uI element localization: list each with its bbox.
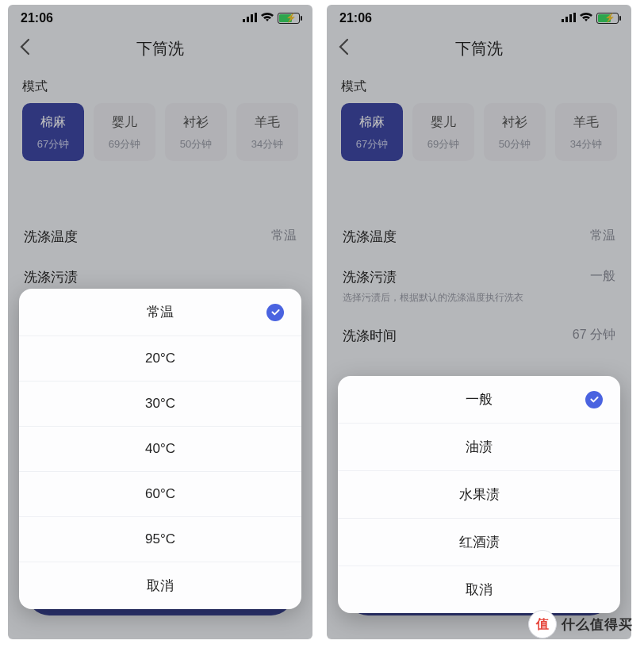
back-button[interactable] (19, 38, 30, 59)
settings-list: 洗涤温度 常温 洗涤污渍 (8, 217, 312, 286)
status-time: 21:06 (339, 11, 372, 25)
page-title: 下筒洗 (455, 38, 503, 59)
stain-option-oil[interactable]: 油渍 (338, 423, 620, 470)
svg-rect-5 (565, 17, 568, 22)
row-wash-time[interactable]: 洗涤时间 67 分钟 (327, 316, 631, 356)
row-wash-stain-partial[interactable]: 洗涤污渍 (8, 257, 312, 286)
settings-list: 洗涤温度 常温 洗涤污渍 选择污渍后，根据默认的洗涤温度执行洗衣 一般 洗涤时间… (327, 217, 631, 356)
mode-baby[interactable]: 婴儿69分钟 (94, 103, 155, 161)
mode-cotton[interactable]: 棉麻67分钟 (22, 103, 84, 161)
wifi-icon (260, 11, 274, 25)
watermark: 值 什么值得买 (528, 610, 633, 638)
watermark-text: 什么值得买 (562, 615, 633, 634)
svg-rect-1 (247, 17, 249, 22)
temp-cancel-button[interactable]: 取消 (19, 562, 301, 609)
nav-bar: 下筒洗 (327, 27, 631, 74)
stain-cancel-button[interactable]: 取消 (338, 566, 620, 613)
svg-rect-6 (569, 14, 572, 22)
check-icon (585, 391, 603, 408)
mode-list: 棉麻67分钟 婴儿69分钟 衬衫50分钟 羊毛34分钟 (8, 103, 312, 161)
temp-option-95[interactable]: 95°C (19, 516, 301, 562)
temp-option-30[interactable]: 30°C (19, 381, 301, 426)
mode-cotton[interactable]: 棉麻67分钟 (341, 103, 403, 161)
mode-baby[interactable]: 婴儿69分钟 (412, 103, 474, 161)
status-icons: ⚡ (243, 11, 300, 25)
status-icons: ⚡ (562, 11, 619, 25)
mode-shirt[interactable]: 衬衫50分钟 (165, 103, 227, 161)
signal-icon (562, 11, 576, 25)
row-wash-temp[interactable]: 洗涤温度 常温 (327, 217, 631, 257)
row-wash-stain[interactable]: 洗涤污渍 选择污渍后，根据默认的洗涤温度执行洗衣 一般 (327, 257, 631, 316)
status-time: 21:06 (21, 11, 53, 25)
stain-action-sheet: 一般 油渍 水果渍 红酒渍 取消 (338, 376, 620, 613)
svg-rect-4 (562, 19, 564, 22)
stain-option-wine[interactable]: 红酒渍 (338, 518, 620, 566)
svg-rect-3 (255, 13, 257, 22)
nav-bar: 下筒洗 (8, 27, 312, 74)
mode-wool[interactable]: 羊毛34分钟 (236, 103, 298, 161)
temp-option-40[interactable]: 40°C (19, 426, 301, 471)
check-icon (266, 304, 284, 321)
section-mode-label: 模式 (8, 74, 312, 103)
battery-icon: ⚡ (278, 13, 300, 24)
mode-shirt[interactable]: 衬衫50分钟 (484, 103, 546, 161)
temp-option-60[interactable]: 60°C (19, 471, 301, 516)
watermark-badge: 值 (528, 610, 557, 638)
temp-option-20[interactable]: 20°C (19, 336, 301, 381)
mode-list: 棉麻67分钟 婴儿69分钟 衬衫50分钟 羊毛34分钟 (327, 103, 631, 161)
wifi-icon (579, 11, 593, 25)
temp-action-sheet: 常温 20°C 30°C 40°C 60°C 95°C 取消 (19, 289, 301, 609)
back-button[interactable] (338, 38, 349, 59)
signal-icon (243, 11, 257, 25)
phone-right: 21:06 ⚡ 下筒洗 模式 棉麻67分钟 婴儿69分钟 衬衫50分钟 羊毛34… (327, 5, 631, 639)
page-title: 下筒洗 (136, 38, 184, 59)
status-bar: 21:06 ⚡ (8, 5, 312, 27)
row-wash-temp[interactable]: 洗涤温度 常温 (8, 217, 312, 257)
stain-option-normal[interactable]: 一般 (338, 376, 620, 423)
svg-rect-2 (251, 14, 253, 22)
row-wash-stain-sub: 选择污渍后，根据默认的洗涤温度执行洗衣 (343, 291, 523, 305)
svg-rect-7 (573, 13, 576, 22)
mode-wool[interactable]: 羊毛34分钟 (555, 103, 617, 161)
temp-option-ambient[interactable]: 常温 (19, 289, 301, 336)
status-bar: 21:06 ⚡ (327, 5, 631, 27)
phone-left: 21:06 ⚡ 下筒洗 模式 棉麻67分钟 婴儿69分钟 衬衫50分钟 羊毛34… (8, 5, 312, 639)
stain-option-fruit[interactable]: 水果渍 (338, 470, 620, 518)
section-mode-label: 模式 (327, 74, 631, 103)
svg-rect-0 (243, 19, 245, 22)
battery-icon: ⚡ (596, 13, 619, 24)
